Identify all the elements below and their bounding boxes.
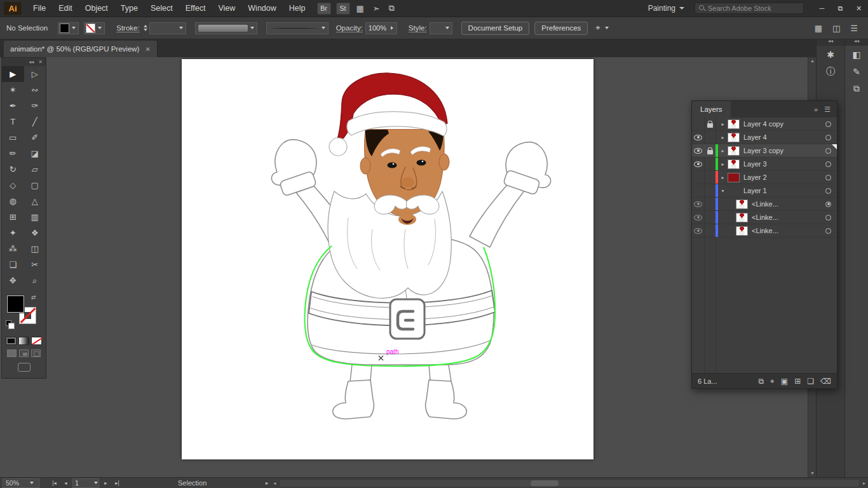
layer-thumbnail[interactable] bbox=[728, 133, 740, 142]
minimize-button[interactable]: ─ bbox=[813, 0, 831, 17]
scale-tool[interactable]: ▱ bbox=[24, 161, 46, 177]
panel-menu-icon[interactable]: ☰ bbox=[850, 24, 858, 33]
menu-help[interactable]: Help bbox=[283, 0, 312, 17]
layer-row[interactable]: <Linke... bbox=[692, 198, 837, 211]
zoom-dropdown[interactable]: 50% bbox=[3, 478, 39, 488]
scroll-left-icon[interactable]: ◂ bbox=[273, 480, 276, 486]
dock-icon[interactable]: ◫ bbox=[832, 24, 840, 33]
stroke-weight-dropdown[interactable] bbox=[149, 22, 186, 34]
lock-toggle[interactable] bbox=[704, 198, 715, 210]
visibility-toggle[interactable] bbox=[692, 184, 704, 197]
brush-definition-dropdown[interactable] bbox=[195, 22, 257, 34]
lock-toggle[interactable] bbox=[704, 224, 715, 237]
width-profile-dropdown[interactable] bbox=[266, 22, 329, 34]
first-artboard-button[interactable]: |◂ bbox=[50, 480, 59, 486]
style-panel-link[interactable]: Style: bbox=[409, 24, 427, 32]
stroke-panel-link[interactable]: Stroke: bbox=[116, 24, 139, 32]
target-circle[interactable] bbox=[825, 228, 831, 234]
fill-color-dropdown[interactable] bbox=[58, 22, 79, 34]
opacity-panel-link[interactable]: Opacity: bbox=[336, 24, 363, 32]
blend-tool[interactable]: ❖ bbox=[24, 225, 46, 241]
stock-search[interactable] bbox=[695, 3, 804, 14]
document-setup-button[interactable]: Document Setup bbox=[461, 22, 530, 35]
arrange-documents-icon[interactable]: ▦ bbox=[356, 4, 364, 13]
new-layer-icon[interactable]: ❏ bbox=[807, 377, 814, 386]
horizontal-scrollbar-thumb[interactable] bbox=[531, 480, 559, 486]
status-menu-arrow[interactable]: ▸ bbox=[266, 480, 268, 486]
stroke-weight-stepper[interactable] bbox=[144, 25, 147, 31]
visibility-toggle[interactable] bbox=[692, 144, 704, 157]
close-icon[interactable]: ✕ bbox=[145, 46, 150, 53]
type-tool[interactable]: T bbox=[2, 114, 24, 130]
free-transform-tool[interactable]: ▢ bbox=[24, 177, 46, 193]
slice-tool[interactable]: ✂ bbox=[24, 257, 46, 273]
zoom-tool[interactable]: ⌕ bbox=[24, 273, 46, 288]
info-icon[interactable]: ⓘ bbox=[817, 63, 844, 80]
magic-wand-tool[interactable]: ✶ bbox=[2, 82, 24, 98]
expand-panel-icon[interactable]: » bbox=[814, 105, 818, 113]
share-icon[interactable]: ➣ bbox=[373, 4, 380, 13]
layer-row[interactable]: ▸Layer 4 bbox=[692, 131, 837, 144]
lasso-tool[interactable]: ∾ bbox=[24, 82, 46, 98]
tab-layers[interactable]: Layers bbox=[692, 101, 731, 118]
expand-chevron-icon[interactable]: ▸ bbox=[718, 161, 728, 167]
layer-row[interactable]: ▸Layer 3 bbox=[692, 158, 837, 171]
paintbrush-tool[interactable]: ✐ bbox=[24, 130, 46, 146]
color-button[interactable] bbox=[6, 337, 17, 345]
expand-chevron-icon[interactable]: ▸ bbox=[718, 121, 728, 127]
direct-selection-tool[interactable]: ▷ bbox=[24, 66, 46, 82]
horizontal-scrollbar[interactable] bbox=[279, 479, 860, 487]
artboard-tool[interactable]: ❏ bbox=[2, 257, 24, 273]
expand-chevron-icon[interactable]: ▾ bbox=[718, 188, 728, 194]
scroll-down-icon[interactable]: ▼ bbox=[808, 470, 816, 477]
pen-tool[interactable]: ✒ bbox=[2, 98, 24, 114]
gradient-tool[interactable]: ▥ bbox=[24, 209, 46, 225]
lock-toggle[interactable] bbox=[704, 184, 715, 197]
visibility-toggle[interactable] bbox=[692, 211, 704, 224]
expand-chevron-icon[interactable]: ▸ bbox=[718, 135, 728, 140]
opacity-input[interactable] bbox=[366, 24, 388, 32]
column-graph-tool[interactable]: ◫ bbox=[24, 241, 46, 257]
rotate-tool[interactable]: ↻ bbox=[2, 161, 24, 177]
visibility-toggle[interactable] bbox=[692, 224, 704, 237]
mesh-tool[interactable]: ⊞ bbox=[2, 209, 24, 225]
target-circle[interactable] bbox=[825, 148, 831, 154]
target-circle[interactable] bbox=[825, 215, 831, 220]
menu-file[interactable]: File bbox=[27, 0, 52, 17]
layer-thumbnail[interactable] bbox=[736, 200, 748, 209]
screen-mode-button[interactable] bbox=[18, 363, 31, 372]
lock-toggle[interactable] bbox=[704, 211, 715, 224]
pencil-tool[interactable]: ✏ bbox=[2, 146, 24, 161]
layer-thumbnail[interactable] bbox=[728, 173, 740, 182]
eraser-tool[interactable]: ◪ bbox=[24, 146, 46, 161]
menu-type[interactable]: Type bbox=[114, 0, 144, 17]
collapse-panel-icon[interactable]: ◂◂ bbox=[29, 59, 34, 65]
menu-effect[interactable]: Effect bbox=[179, 0, 212, 17]
none-button[interactable] bbox=[31, 337, 42, 345]
fill-color-swatch[interactable] bbox=[7, 295, 24, 313]
layer-row[interactable]: <Linke... bbox=[692, 224, 837, 238]
symbol-sprayer-tool[interactable]: ⁂ bbox=[2, 241, 24, 257]
panel-menu-icon[interactable]: ☰ bbox=[824, 105, 831, 114]
layer-thumbnail[interactable] bbox=[736, 226, 748, 236]
close-icon[interactable]: ✕ bbox=[38, 59, 43, 65]
search-input[interactable] bbox=[708, 4, 790, 12]
target-circle[interactable] bbox=[825, 175, 831, 180]
brushes-icon[interactable]: ✎ bbox=[845, 63, 868, 80]
draw-inside-mode[interactable] bbox=[31, 349, 41, 357]
line-segment-tool[interactable]: ╱ bbox=[24, 114, 46, 130]
delete-icon[interactable]: ⌫ bbox=[820, 377, 831, 386]
gradient-button[interactable] bbox=[18, 337, 29, 345]
panel-grid-icon[interactable]: ▦ bbox=[815, 24, 822, 33]
visibility-toggle[interactable] bbox=[692, 198, 704, 210]
layer-thumbnail[interactable] bbox=[736, 213, 748, 222]
locate-object-icon[interactable]: ⌖ bbox=[770, 377, 775, 386]
draw-behind-mode[interactable] bbox=[19, 349, 29, 357]
menu-object[interactable]: Object bbox=[79, 0, 114, 17]
expand-chevron-icon[interactable]: ▸ bbox=[718, 148, 728, 154]
menu-window[interactable]: Window bbox=[241, 0, 282, 17]
artboard-canvas[interactable]: path bbox=[182, 59, 593, 459]
scroll-up-icon[interactable]: ▲ bbox=[808, 57, 816, 65]
draw-normal-mode[interactable] bbox=[7, 349, 17, 357]
color-icon[interactable]: ◧ bbox=[845, 46, 868, 63]
